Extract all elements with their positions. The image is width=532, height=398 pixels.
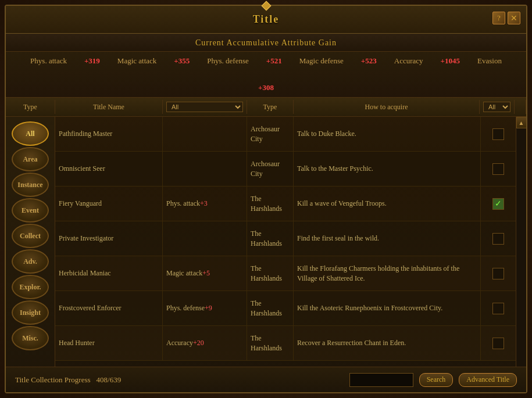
td-bonus — [163, 152, 247, 186]
table-rows-wrapper: Pathfinding Master Archosaur City Talk t… — [55, 117, 526, 392]
sidebar: All Area Instance Event Collect Adv. Exp… — [6, 117, 55, 392]
all-filter-select[interactable]: All — [166, 102, 243, 112]
sidebar-btn-insight[interactable]: Insight — [12, 300, 49, 325]
td-name: Fiery Vanguard — [55, 187, 163, 221]
close-button[interactable]: ✕ — [508, 12, 520, 24]
td-checkbox[interactable] — [481, 152, 516, 186]
scrollbar[interactable]: ▲ ▼ — [516, 117, 526, 392]
attr-magic-defense-label: Magic defense — [299, 56, 344, 66]
td-checkbox[interactable] — [481, 291, 516, 325]
td-how: Kill the Florafang Charmers holding the … — [294, 256, 481, 291]
td-type: Archosaur City — [247, 152, 294, 186]
attr-phys-defense-label: Phys. defense — [207, 56, 249, 66]
scroll-track[interactable] — [517, 130, 526, 379]
progress-label: Title Collection Progress — [15, 375, 91, 385]
sidebar-btn-event[interactable]: Event — [12, 198, 49, 223]
progress-value: 408/639 — [97, 375, 122, 385]
bonus-value: +9 — [205, 303, 212, 313]
sidebar-btn-adv[interactable]: Adv. — [12, 249, 49, 274]
td-name: Private Investigator — [55, 221, 163, 256]
td-type: The Harshlands — [247, 187, 294, 221]
td-how: Talk to the Master Psychic. — [294, 152, 481, 186]
td-type: Archosaur City — [247, 117, 294, 151]
attr-evasion-value: +308 — [258, 83, 274, 92]
table-row: Pathfinding Master Archosaur City Talk t… — [55, 117, 516, 152]
table-right: Pathfinding Master Archosaur City Talk t… — [55, 117, 526, 392]
table-row: Private Investigator The Harshlands Find… — [55, 221, 516, 256]
td-name: Herbicidal Maniac — [55, 256, 163, 291]
window-title: Title — [253, 13, 280, 26]
attr-phys-attack-label: Phys. attack — [30, 56, 67, 66]
search-button[interactable]: Search — [419, 373, 454, 387]
td-checkbox[interactable] — [481, 117, 516, 151]
td-bonus: Accuracy +20 — [163, 326, 247, 360]
main-window: Title ? ✕ Current Accumulative Attribute… — [5, 5, 527, 393]
th-all-filter2[interactable]: All — [480, 100, 515, 114]
sidebar-btn-collect[interactable]: Collect — [12, 224, 49, 248]
th-title-name: Title Name — [55, 100, 163, 114]
table-header: Type Title Name All Type How to acquire … — [6, 98, 526, 117]
search-input[interactable] — [349, 373, 413, 387]
title-bar: Title ? ✕ — [6, 6, 526, 34]
td-name: Frostcovered Enforcer — [55, 291, 163, 325]
td-type: The Harshlands — [247, 221, 294, 256]
sidebar-btn-instance[interactable]: Instance — [12, 173, 49, 197]
accumulative-header-section: Current Accumulative Attribute Gain — [6, 34, 526, 52]
checkbox-unchecked[interactable] — [492, 233, 504, 245]
inner-layout: Current Accumulative Attribute Gain Phys… — [6, 34, 526, 392]
checkbox-checked[interactable] — [492, 198, 504, 210]
th-all-filter[interactable]: All — [163, 100, 247, 114]
th-type: Type — [6, 100, 55, 114]
td-bonus — [163, 221, 247, 256]
th-type2: Type — [247, 100, 294, 114]
checkbox-unchecked[interactable] — [492, 163, 504, 175]
td-name: Head Hunter — [55, 326, 163, 360]
td-how: Kill the Asoteric Runephoenix in Frostco… — [294, 291, 481, 325]
attr-magic-attack-value: +355 — [174, 56, 190, 66]
sidebar-btn-area[interactable]: Area — [12, 147, 49, 171]
all-filter2-select[interactable]: All — [483, 102, 510, 112]
sidebar-btn-misc[interactable]: Misc. — [12, 326, 49, 350]
accumulative-title: Current Accumulative Attribute Gain — [195, 38, 337, 47]
td-bonus: Phys. attack +3 — [163, 187, 247, 221]
attr-accuracy-label: Accuracy — [394, 56, 423, 66]
table-section: All Area Instance Event Collect Adv. Exp… — [6, 117, 526, 392]
table-row: Herbicidal Maniac Magic attack +5 The Ha… — [55, 256, 516, 291]
td-checkbox[interactable] — [481, 326, 516, 360]
attribute-row: Phys. attack +319 Magic attack +355 Phys… — [6, 52, 526, 98]
scroll-up-button[interactable]: ▲ — [516, 117, 527, 128]
attr-phys-defense-value: +521 — [266, 56, 282, 66]
bonus-value: +3 — [200, 199, 208, 209]
td-checkbox[interactable] — [481, 221, 516, 256]
attr-accuracy-value: +1045 — [441, 56, 460, 66]
th-how-to-acquire: How to acquire — [294, 100, 480, 114]
attr-phys-attack-value: +319 — [84, 56, 100, 66]
sidebar-btn-explor[interactable]: Explor. — [12, 275, 49, 299]
sidebar-btn-all[interactable]: All — [12, 121, 49, 146]
checkbox-unchecked[interactable] — [492, 338, 504, 349]
bonus-value: +5 — [202, 268, 210, 278]
th-spacer — [515, 100, 526, 114]
td-bonus: Phys. defense +9 — [163, 291, 247, 325]
td-type: The Harshlands — [247, 291, 294, 325]
td-type: The Harshlands — [247, 256, 294, 291]
table-row: Frostcovered Enforcer Phys. defense +9 T… — [55, 291, 516, 326]
td-bonus: Magic attack +5 — [163, 256, 247, 291]
td-type: The Harshlands — [247, 326, 294, 360]
attr-magic-defense-value: +523 — [361, 56, 377, 66]
td-how: Recover a Resurrection Chant in Eden. — [294, 326, 481, 360]
checkbox-unchecked[interactable] — [492, 128, 504, 140]
bonus-value: +20 — [193, 338, 204, 348]
table-rows-inner: Pathfinding Master Archosaur City Talk t… — [55, 117, 516, 392]
checkbox-unchecked[interactable] — [492, 268, 504, 279]
td-bonus — [163, 117, 247, 151]
checkbox-unchecked[interactable] — [492, 303, 504, 314]
advanced-title-button[interactable]: Advanced Title — [459, 373, 517, 387]
table-row: Fiery Vanguard Phys. attack +3 The Harsh… — [55, 187, 516, 221]
td-checkbox[interactable] — [481, 187, 516, 221]
attr-magic-attack-label: Magic attack — [117, 56, 157, 66]
td-checkbox[interactable] — [481, 256, 516, 291]
help-button[interactable]: ? — [492, 12, 505, 24]
table-row: Head Hunter Accuracy +20 The Harshlands … — [55, 326, 516, 361]
td-name: Pathfinding Master — [55, 117, 163, 151]
